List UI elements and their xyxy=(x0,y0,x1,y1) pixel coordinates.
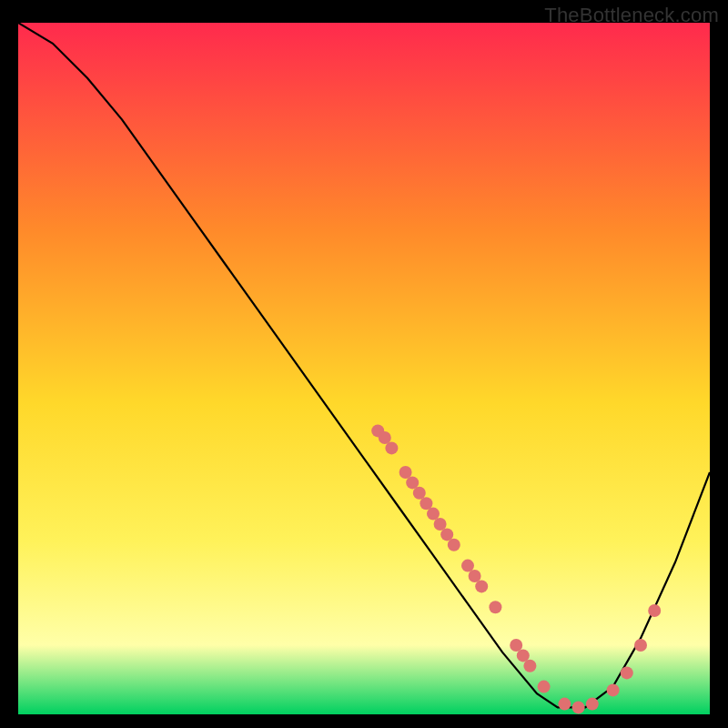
data-marker xyxy=(469,570,481,582)
data-marker xyxy=(558,698,571,711)
data-marker xyxy=(634,639,647,652)
data-marker xyxy=(440,528,453,541)
data-marker xyxy=(621,666,633,679)
data-marker xyxy=(385,441,398,454)
data-marker xyxy=(572,701,585,713)
data-marker xyxy=(489,601,501,613)
data-marker xyxy=(538,681,551,693)
data-marker xyxy=(434,518,447,531)
plot-area xyxy=(18,23,710,714)
data-marker xyxy=(517,649,530,662)
data-marker xyxy=(448,539,460,551)
data-marker xyxy=(379,431,391,444)
data-marker xyxy=(420,497,432,510)
data-marker xyxy=(475,580,488,592)
data-marker xyxy=(523,660,536,672)
data-marker xyxy=(607,683,620,696)
data-marker xyxy=(406,476,419,489)
data-marker xyxy=(413,487,426,500)
data-marker xyxy=(648,604,661,617)
data-marker xyxy=(586,698,599,711)
plot-svg xyxy=(18,23,710,714)
watermark-text: TheBottleneck.com xyxy=(544,4,719,27)
data-marker xyxy=(461,560,474,572)
data-marker xyxy=(399,466,412,479)
data-marker xyxy=(427,508,440,521)
gradient-background xyxy=(18,23,710,714)
data-marker xyxy=(510,639,522,652)
chart-stage: TheBottleneck.com xyxy=(0,0,728,728)
